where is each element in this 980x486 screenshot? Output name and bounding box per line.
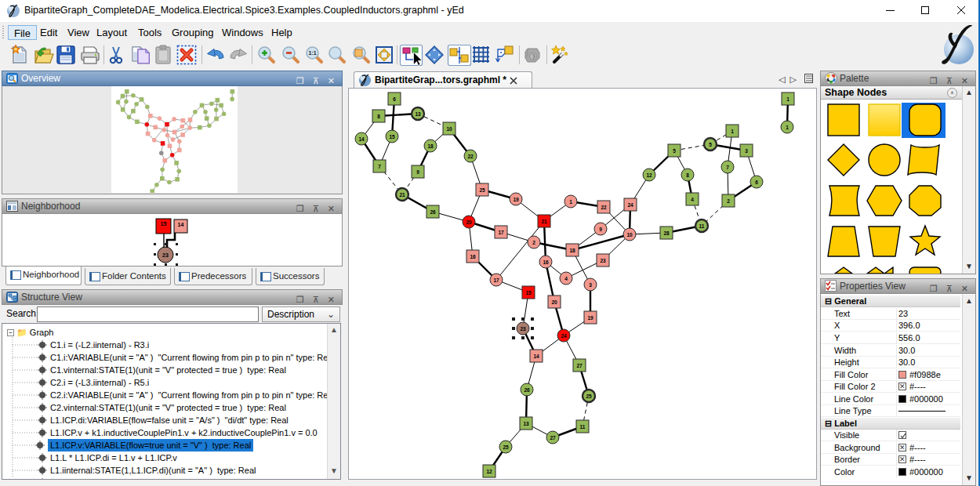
svg-text:2: 2 [532,240,535,245]
svg-text:1: 1 [731,129,734,134]
svg-text:11: 11 [699,223,705,229]
svg-text:9: 9 [416,169,419,175]
svg-text:25: 25 [503,444,509,450]
svg-text:24: 24 [561,333,567,339]
svg-text:1: 1 [786,125,789,130]
svg-text:1:1: 1:1 [308,50,316,56]
svg-text:24: 24 [627,202,633,208]
svg-text:7: 7 [378,164,381,169]
svg-text:14: 14 [533,354,539,359]
svg-text:20: 20 [551,299,557,305]
svg-text:27: 27 [550,435,556,441]
svg-text:10: 10 [446,126,452,132]
svg-text:16: 16 [543,259,549,265]
svg-text:28: 28 [663,230,670,236]
svg-text:21: 21 [541,219,547,224]
svg-text:21: 21 [399,192,405,198]
svg-text:1: 1 [786,96,789,102]
svg-text:27: 27 [576,363,583,368]
svg-text:17: 17 [498,230,504,235]
svg-text:3: 3 [745,148,748,154]
svg-text:26: 26 [430,209,436,215]
svg-text:18: 18 [427,143,434,149]
svg-text:25: 25 [479,187,485,193]
svg-text:20: 20 [466,219,472,225]
svg-text:16: 16 [470,254,476,259]
svg-text:14: 14 [358,136,365,142]
svg-text:8: 8 [686,172,689,178]
svg-text:3: 3 [589,282,592,288]
svg-text:1: 1 [569,199,572,205]
svg-text:6: 6 [393,96,396,102]
svg-text:22: 22 [601,205,607,210]
svg-text:23: 23 [520,326,526,332]
svg-text:10: 10 [626,232,633,238]
svg-text:5: 5 [673,148,676,154]
svg-text:2: 2 [727,198,730,204]
svg-text:23: 23 [600,258,606,263]
svg-text:9: 9 [599,227,602,232]
svg-text:12: 12 [646,172,652,178]
svg-text:17: 17 [493,277,499,283]
svg-text:12: 12 [486,469,492,474]
svg-text:13: 13 [415,111,421,117]
svg-text:13: 13 [523,421,529,426]
svg-text:25: 25 [586,394,592,399]
svg-text:4: 4 [691,197,694,202]
svg-text:11: 11 [580,424,586,430]
svg-text:15: 15 [525,290,532,296]
svg-text:18: 18 [569,248,575,253]
svg-text:4: 4 [564,276,568,281]
svg-text:8: 8 [377,114,380,119]
svg-text:7: 7 [726,165,729,170]
svg-text:15: 15 [161,221,167,227]
svg-text:5: 5 [709,142,712,147]
svg-text:14: 14 [178,222,184,227]
svg-text:23: 23 [162,252,169,258]
svg-text:19: 19 [587,315,593,321]
svg-text:22: 22 [467,154,474,159]
svg-text:26: 26 [524,387,530,393]
svg-text:6: 6 [755,180,758,185]
svg-text:19: 19 [513,197,519,202]
svg-text:15: 15 [389,134,395,140]
